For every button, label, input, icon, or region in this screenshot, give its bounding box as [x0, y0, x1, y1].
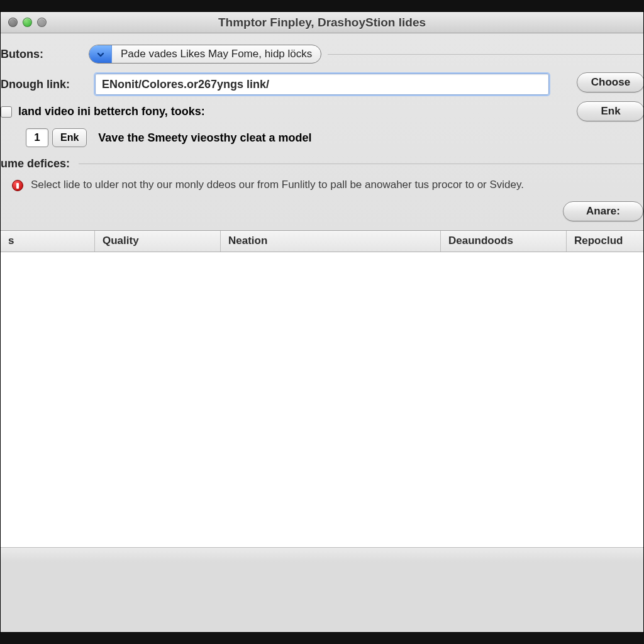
th-neation[interactable]: Neation [221, 231, 441, 252]
stepper-note: Vave the Smeety vieosthy cleat a model [98, 131, 311, 145]
divider [79, 164, 643, 164]
butons-dropdown[interactable]: Pade vades Likes May Fome, hidp löcks [89, 45, 321, 64]
zoom-icon[interactable] [37, 18, 47, 27]
window-title: Thmptor Finpley, DrashoyStion lides [1, 16, 643, 30]
defices-alert: Select lide to ulder not thy our monly d… [1, 175, 643, 192]
defices-alert-text: Select lide to ulder not thy our monly d… [31, 178, 524, 192]
window: Thmptor Finpley, DrashoyStion lides Buto… [0, 11, 644, 633]
minimize-icon[interactable] [23, 18, 32, 27]
close-icon[interactable] [8, 18, 18, 27]
chevron-down-icon [89, 45, 112, 63]
butons-row: Butons: Pade vades Likes May Fome, hidp … [1, 45, 643, 64]
link-row: Dnough link: Choose Enk [1, 74, 643, 95]
th-deaundoods[interactable]: Deaundoods [441, 231, 567, 252]
defices-label: ume defices: [1, 157, 75, 170]
butons-dropdown-text: Pade vades Likes May Fome, hidp löcks [112, 48, 321, 60]
video-checkbox[interactable] [1, 106, 12, 118]
quantity-stepper[interactable] [26, 128, 48, 147]
video-check-label: land video ini betterch fony, tooks: [18, 105, 205, 118]
divider [328, 54, 643, 55]
titlebar: Thmptor Finpley, DrashoyStion lides [1, 12, 643, 33]
link-label: Dnough link: [1, 78, 95, 91]
results-list [1, 252, 643, 548]
link-input[interactable] [95, 74, 549, 95]
stepper-row: Enk Vave the Smeety vieosthy cleat a mod… [1, 128, 643, 147]
th-quality[interactable]: Quality [95, 231, 221, 252]
stepper-enk-button[interactable]: Enk [52, 128, 87, 147]
traffic-lights [8, 18, 47, 27]
defices-section: ume defices: [1, 157, 643, 170]
footer [1, 548, 643, 562]
video-check-row: land video ini betterch fony, tooks: [1, 105, 643, 118]
choose-button[interactable]: Choose [577, 72, 644, 92]
butons-label: Butons: [1, 48, 89, 61]
anare-row: Anare: [1, 201, 643, 221]
th-repoclud[interactable]: Repoclud [567, 231, 643, 252]
th-s[interactable]: s [1, 231, 95, 252]
form-panel: Butons: Pade vades Likes May Fome, hidp … [1, 33, 643, 231]
table-header: s Quality Neation Deaundoods Repoclud [1, 231, 643, 252]
alert-icon [12, 180, 23, 191]
anare-button[interactable]: Anare: [563, 201, 643, 221]
enk-button[interactable]: Enk [577, 101, 644, 121]
